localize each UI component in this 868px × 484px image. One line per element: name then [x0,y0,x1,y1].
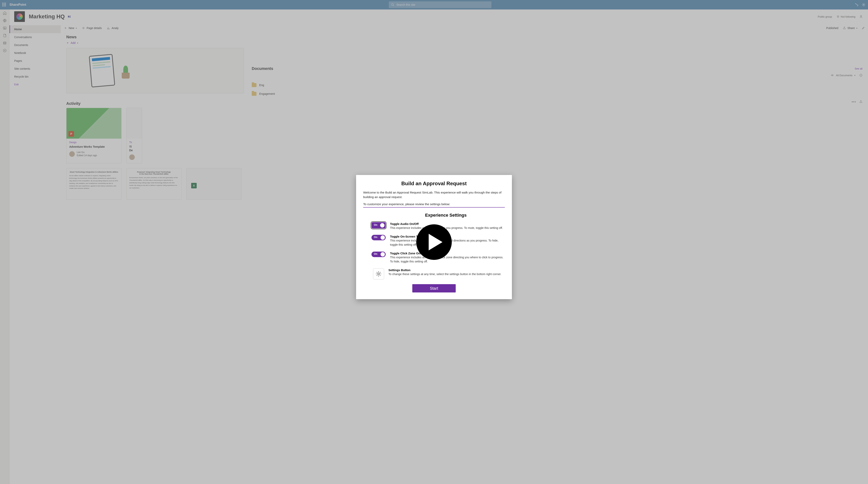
modal-intro2: To customize your experience, please rev… [363,202,505,206]
toggle-label: On [374,252,377,255]
toggle-onscreen-text[interactable]: On [371,235,386,240]
svg-point-13 [378,273,379,275]
setting-button-info: Settings Button To change these settings… [363,268,505,279]
setting-title: Toggle Audio On/Off [390,222,503,226]
divider [363,207,505,207]
toggle-label: On [374,223,377,226]
start-button[interactable]: Start [412,284,456,292]
toggle-click-zone[interactable]: On [371,252,386,257]
setting-title: Settings Button [389,268,501,272]
play-icon [429,234,442,250]
modal-intro: Welcome to the Build an Approval Request… [363,190,505,199]
app-root: SharePoint Marketing HQ Public group [0,0,868,484]
setting-desc: To change these settings at any time, se… [389,272,501,276]
settings-icon-box [373,268,384,279]
gear-icon [375,271,382,277]
setting-desc: This experience includes an on-screen cl… [390,255,505,264]
toggle-audio[interactable]: On [371,222,386,228]
toggle-label: On [374,235,377,238]
play-button[interactable] [416,224,452,260]
modal-title: Build an Approval Request [363,180,505,187]
settings-heading: Experience Settings [363,213,505,218]
